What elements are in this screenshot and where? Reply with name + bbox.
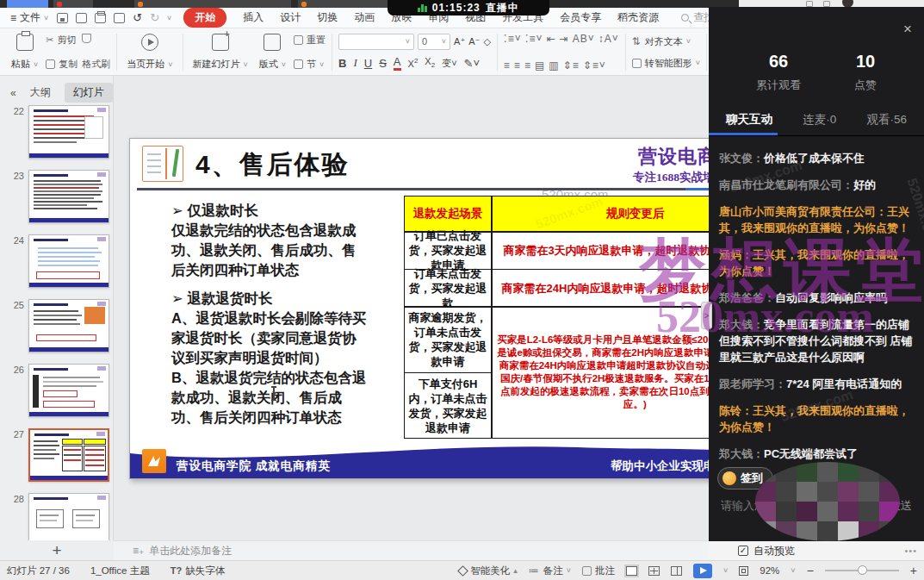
print-icon[interactable] [95,13,106,23]
comments-button[interactable]: 批注 [582,564,615,577]
menu-tab-会员专享[interactable]: 会员专享 [560,10,601,25]
normal-view-button[interactable] [626,566,637,576]
layout-button[interactable]: 版式˅ [256,32,289,72]
font-color-button[interactable]: A [394,55,401,71]
align-right-button[interactable]: ≡ [524,59,531,72]
menu-tab-开始[interactable]: 开始 [183,8,226,28]
paste-button[interactable]: 粘贴˅ [8,32,41,72]
fit-slide-icon[interactable] [739,566,748,576]
line-spacing-button[interactable]: ⇕≡ [563,59,580,72]
slide-thumbnail-panel: « 大纲 幻灯片 22232425262728 [0,76,114,540]
font-size-select[interactable]: 0˅ [418,34,450,50]
save-icon[interactable] [57,13,68,23]
customize-toolbar-icon[interactable]: ˅ [167,14,171,22]
bold-button[interactable]: B [338,57,346,70]
thumbnail-slide-22[interactable]: 22 [5,105,114,159]
align-text-button[interactable]: ⇅对齐文本˅ [632,33,700,50]
decrease-indent-button[interactable]: ⇤ [547,33,556,45]
auto-preview-checkbox[interactable]: ✓ [738,546,748,556]
italic-button[interactable]: I [353,56,357,70]
menu-tab-设计[interactable]: 设计 [280,10,301,25]
play-from-current-button[interactable]: 当页开始˅ [123,32,176,72]
increase-indent-button[interactable]: ⇥ [560,33,569,45]
paragraph-spacing-button[interactable]: ⇕≡˅ [583,59,606,72]
tab-slides[interactable]: 幻灯片 [65,83,113,103]
thumb-decoration [38,265,98,266]
add-slide-button[interactable]: + [0,540,114,560]
tab-outline[interactable]: 大纲 [28,83,53,103]
thumbnail-slide-26[interactable]: 26 [5,364,114,417]
superscript-button[interactable]: X2 [408,57,419,69]
slide-sorter-view-button[interactable] [648,566,660,576]
zoom-in-button[interactable]: + [910,564,917,577]
redo-icon[interactable]: ↻ [150,11,159,24]
thumbnail-slide-25[interactable]: 25 [5,299,114,352]
text-direction-button[interactable]: AB˅ [573,33,595,45]
increase-font-button[interactable]: A⁺ [454,33,465,50]
menu-tab-动画[interactable]: 动画 [354,10,375,25]
cut-button[interactable]: ✂剪切 [46,34,78,47]
text-effect-button[interactable]: 变˅ [442,57,456,70]
thumbnail-slide-27[interactable]: 27 [5,428,114,482]
underline-button[interactable]: U [364,57,372,70]
align-left-button[interactable]: ≡ [504,59,511,72]
chat-tab-聊天互动[interactable]: 聊天互动 [726,112,772,128]
print-preview-icon[interactable] [114,13,125,23]
smart-beautify-button[interactable]: 智能美化▴ [459,564,518,577]
export-icon[interactable] [76,13,87,23]
notes-bar[interactable]: ≡₊ 单击此处添加备注 [114,540,709,560]
menu-tab-插入[interactable]: 插入 [243,10,264,25]
close-icon[interactable]: × [903,21,912,38]
zoom-slider-knob[interactable] [858,565,867,575]
zoom-slider[interactable] [825,570,899,571]
more-options-icon[interactable]: ••• [904,546,917,556]
menu-tab-稻壳资源[interactable]: 稻壳资源 [617,10,659,25]
document-tab-1[interactable] [134,0,291,8]
format-painter-button[interactable]: 格式刷 [82,58,110,71]
subscript-button[interactable]: X2 [425,56,435,69]
thumbnail-slide-24[interactable]: 24 [5,234,114,288]
play-options-icon[interactable]: ˅ [723,566,728,575]
chat-user-name: 郑大钱： [719,447,764,460]
section-button[interactable]: 节˅ [294,58,326,71]
char-spacing-button[interactable]: ↕A˅ [598,33,619,45]
copy-button[interactable]: 复制 [46,58,78,71]
app-home-tab[interactable] [7,0,48,8]
chat-message-list[interactable]: 张文俊：价格低了成本保不住南昌市仕龙笔刷有限公司：好的唐山市小而美商贸有限责任公… [709,143,924,460]
chat-tab-连麦·0[interactable]: 连麦·0 [803,112,836,128]
menu-tab-切换[interactable]: 切换 [317,10,338,25]
new-slide-button[interactable]: 新建幻灯片˅ [189,32,251,72]
theme-name[interactable]: 1_Office 主题 [90,564,150,577]
zoom-out-button[interactable]: − [807,564,814,577]
thumb-brand-mark [97,108,106,112]
align-center-button[interactable]: ≡ [514,59,521,72]
thumbnail-slide-28[interactable]: 28 [5,493,114,540]
grid-icon[interactable] [823,1,830,7]
zoom-percentage[interactable]: 92% [760,565,779,576]
number-list-button[interactable]: ⁚≡˅ [525,33,543,45]
decrease-font-button[interactable]: A⁻ [468,33,480,50]
layout-switch-icon[interactable] [806,1,813,7]
slide-canvas[interactable]: 4、售后体验 营设电商 专注1688实战培 520mx.com ➢ 仅退款时长 … [129,138,732,479]
chat-tab-观看·56[interactable]: 观看·56 [866,112,907,128]
docer-tab[interactable] [53,0,93,8]
missing-font-warning[interactable]: T?缺失字体 [171,564,225,577]
clear-format-button[interactable]: ◇ [483,33,490,50]
thumbnail-slide-23[interactable]: 23 [5,170,114,223]
undo-icon[interactable]: ↺ [133,11,142,24]
slideshow-play-button[interactable] [693,564,712,578]
columns-button[interactable]: ▥ [549,59,559,72]
justify-button[interactable]: ▤ [535,59,545,72]
reset-button[interactable]: 重置 [294,34,326,47]
highlight-pen-button[interactable]: ✎˅ [464,57,480,70]
collapse-panel-icon[interactable]: « [10,87,16,99]
bullet-list-button[interactable]: ⁚≡˅ [504,33,522,45]
notes-toggle-button[interactable]: ≔备注˅ [529,564,571,577]
reading-view-button[interactable] [671,566,682,576]
font-name-select[interactable]: ˅ [338,34,414,50]
to-smartart-button[interactable]: 转智能图形˅ [632,54,700,72]
chat-panel-collapse-handle[interactable]: > [701,302,712,329]
thumb-decoration [34,323,80,325]
strikethrough-button[interactable]: S [379,57,387,70]
file-menu[interactable]: ≡ 文件 ˅ [0,10,57,25]
